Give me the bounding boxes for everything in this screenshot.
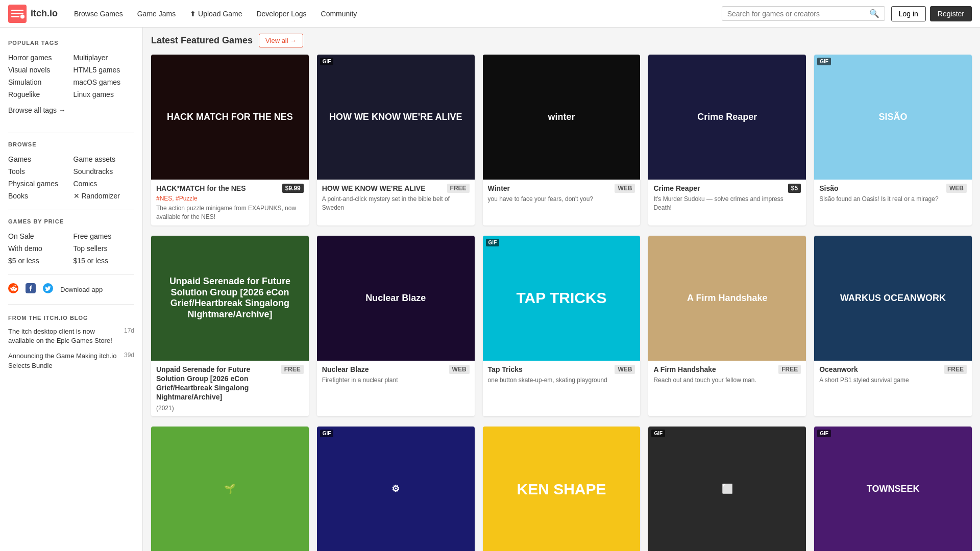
register-button[interactable]: Register: [930, 6, 972, 21]
facebook-icon[interactable]: [26, 283, 36, 296]
divider-4: [8, 304, 134, 305]
game-card-ken-shape[interactable]: KEN SHAPE KEN SHAPE FREE: [483, 427, 641, 551]
blog-item-age-0: 17d: [124, 327, 134, 345]
logo-link[interactable]: itch.io: [8, 5, 58, 23]
nav-browse-games[interactable]: Browse Games: [68, 6, 129, 22]
game-desc: Firefighter in a nuclear plant: [322, 376, 470, 385]
games-by-price-title: GAMES BY PRICE: [8, 218, 134, 224]
sidebar-tag-visual-novels[interactable]: Visual novels: [8, 64, 69, 76]
game-price: WEB: [449, 365, 470, 374]
popular-tags-grid: Horror games Multiplayer Visual novels H…: [8, 52, 134, 100]
game-card-unknown-bw[interactable]: ⬜ GIF Unknown Game FREE: [648, 427, 806, 551]
sidebar-price-top-sellers[interactable]: Top sellers: [74, 243, 135, 254]
reddit-icon[interactable]: [8, 283, 18, 296]
game-grid-row3: 🌱 Turnip Boy Tax Evasion FREE ⚙ GIF Blue…: [151, 427, 972, 551]
nav-community[interactable]: Community: [315, 6, 363, 22]
blog-item-text-0: The itch desktop client is now available…: [8, 327, 120, 345]
divider-3: [8, 274, 134, 275]
game-title: Tap Tricks: [488, 365, 613, 374]
sidebar-browse-games[interactable]: Games: [8, 154, 69, 165]
game-desc: A point-and-click mystery set in the bib…: [322, 195, 470, 212]
game-card-turnip-boy[interactable]: 🌱 Turnip Boy Tax Evasion FREE: [151, 427, 309, 551]
browse-all-tags-link[interactable]: Browse all tags →: [8, 106, 66, 114]
game-title: HACK*MATCH for the NES: [156, 184, 280, 193]
game-card-unpaid[interactable]: Unpaid Serenade for Future Solution Grou…: [151, 236, 309, 417]
login-button[interactable]: Log in: [891, 6, 926, 21]
search-area: 🔍: [722, 6, 885, 21]
popular-tags-title: POPULAR TAGS: [8, 40, 134, 46]
game-desc: The action puzzle minigame from EXAPUNKS…: [156, 204, 304, 221]
sidebar-tag-horror[interactable]: Horror games: [8, 52, 69, 63]
game-price: FREE: [447, 184, 470, 193]
sidebar-browse-books[interactable]: Books: [8, 190, 69, 202]
game-desc: you have to face your fears, don't you?: [488, 195, 635, 204]
page-layout: POPULAR TAGS Horror games Multiplayer Vi…: [0, 28, 980, 551]
view-all-button[interactable]: View all →: [259, 34, 303, 47]
browse-title: BROWSE: [8, 141, 134, 147]
section-header: Latest Featured Games View all →: [151, 34, 972, 47]
sidebar-price-on-sale[interactable]: On Sale: [8, 231, 69, 242]
sidebar-browse-tools[interactable]: Tools: [8, 166, 69, 177]
game-card-crime-reaper[interactable]: Crime Reaper Crime Reaper $5 It's Murder…: [648, 55, 806, 226]
nav-developer-logs[interactable]: Developer Logs: [250, 6, 312, 22]
search-button[interactable]: 🔍: [869, 9, 879, 18]
game-card-oceanwork[interactable]: WARKUS OCEANWORK Oceanwork FREE A short …: [814, 236, 972, 417]
game-price: FREE: [778, 365, 801, 374]
download-app-link[interactable]: Download app: [60, 286, 103, 293]
game-card-winter[interactable]: winter Winter WEB you have to face your …: [483, 55, 641, 226]
sidebar-browse-comics[interactable]: Comics: [74, 178, 135, 189]
game-card-sisao[interactable]: SISÃO GIF Sisão WEB Sisão found an Oasis…: [814, 55, 972, 226]
nav-game-jams[interactable]: Game Jams: [131, 6, 182, 22]
logo-icon: [8, 5, 27, 23]
sidebar-tag-simulation[interactable]: Simulation: [8, 77, 69, 88]
game-title: Crime Reaper: [653, 184, 786, 193]
browse-grid: Games Game assets Tools Soundtracks Phys…: [8, 154, 134, 202]
blog-title: FROM THE ITCH.IO BLOG: [8, 315, 134, 321]
sidebar-price-with-demo[interactable]: With demo: [8, 243, 69, 254]
game-title: Nuclear Blaze: [322, 365, 447, 374]
game-price: WEB: [946, 184, 967, 193]
sidebar-tag-roguelike[interactable]: Roguelike: [8, 89, 69, 100]
sidebar-tag-html5[interactable]: HTML5 games: [74, 64, 135, 76]
sidebar-price-5-less[interactable]: $5 or less: [8, 255, 69, 266]
game-card-firm-handshake[interactable]: A Firm Handshake A Firm Handshake FREE R…: [648, 236, 806, 417]
blog-item-age-1: 39d: [124, 352, 134, 370]
game-title: Sisão: [819, 184, 944, 193]
sidebar-randomizer[interactable]: ✕ Randomizer: [74, 190, 135, 202]
main-content: Latest Featured Games View all → HACK MA…: [143, 28, 980, 551]
game-card-blue-unknown[interactable]: ⚙ GIF Blue Game FREE: [317, 427, 475, 551]
divider-2: [8, 210, 134, 210]
game-grid-row1: HACK MATCH FOR THE NES HACK*MATCH for th…: [151, 55, 972, 226]
game-desc: Reach out and touch your fellow man.: [653, 376, 801, 385]
blog-item-text-1: Announcing the Game Making itch.io Selec…: [8, 352, 120, 370]
logo-text: itch.io: [31, 8, 58, 19]
game-desc: A short PS1 styled survival game: [819, 376, 967, 385]
sidebar-price-15-less[interactable]: $15 or less: [74, 255, 135, 266]
twitter-icon[interactable]: [43, 283, 53, 296]
game-card-hack-match[interactable]: HACK MATCH FOR THE NES HACK*MATCH for th…: [151, 55, 309, 226]
nav-upload-game[interactable]: ⬆ Upload Game: [184, 6, 248, 22]
sidebar-browse-physical[interactable]: Physical games: [8, 178, 69, 189]
game-title: Unpaid Serenade for Future Solution Grou…: [156, 365, 279, 402]
price-grid: On Sale Free games With demo Top sellers…: [8, 231, 134, 266]
game-desc: (2021): [156, 404, 304, 413]
search-input[interactable]: [727, 10, 869, 18]
game-price: WEB: [615, 365, 635, 374]
sidebar-tag-multiplayer[interactable]: Multiplayer: [74, 52, 135, 63]
sidebar-browse-soundtracks[interactable]: Soundtracks: [74, 166, 135, 177]
blog-item-1: Announcing the Game Making itch.io Selec…: [8, 352, 134, 370]
sidebar-price-free[interactable]: Free games: [74, 231, 135, 242]
blog-item-0: The itch desktop client is now available…: [8, 327, 134, 345]
sidebar-browse-assets[interactable]: Game assets: [74, 154, 135, 165]
game-card-nuclear-blaze[interactable]: Nuclear Blaze Nuclear Blaze WEB Firefigh…: [317, 236, 475, 417]
game-card-townseek[interactable]: TOWNSEEK GIF Townseek FREE: [814, 427, 972, 551]
game-grid-row2: Unpaid Serenade for Future Solution Grou…: [151, 236, 972, 417]
game-title: A Firm Handshake: [653, 365, 776, 374]
sidebar-tag-linux[interactable]: Linux games: [74, 89, 135, 100]
section-title: Latest Featured Games: [151, 35, 253, 46]
navbar: itch.io Browse Games Game Jams ⬆ Upload …: [0, 0, 980, 28]
sidebar-tag-macos[interactable]: macOS games: [74, 77, 135, 88]
game-card-how-we-know[interactable]: HOW WE KNOW WE'RE ALIVE GIF HOW WE KNOW …: [317, 55, 475, 226]
game-title: HOW WE KNOW WE'RE ALIVE: [322, 184, 445, 193]
game-card-tap-tricks[interactable]: TAP TRICKS GIF Tap Tricks WEB one button…: [483, 236, 641, 417]
